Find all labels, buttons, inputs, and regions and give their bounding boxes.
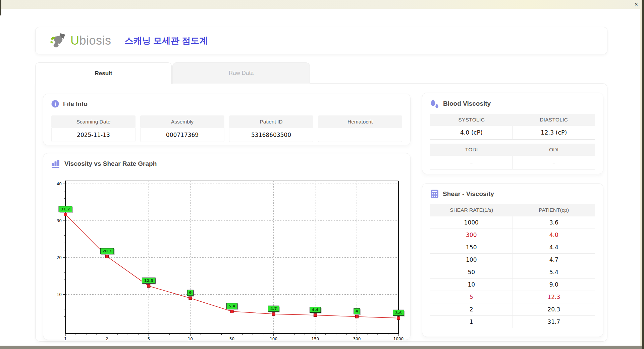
shear-table-row: 1004.7 bbox=[430, 254, 595, 266]
shear-rate-cell: 1 bbox=[430, 316, 513, 328]
patient-id-value: 53168603500 bbox=[229, 128, 313, 142]
shear-rate-cell: 1000 bbox=[430, 216, 513, 229]
viscosity-chart: 102030401251050100150300100031.720.312.3… bbox=[43, 153, 411, 340]
data-point-marker bbox=[64, 213, 67, 216]
app-title-korean: 스캐닝 모세관 점도계 bbox=[125, 35, 208, 47]
diastolic-value: 12.3 (cP) bbox=[513, 126, 595, 139]
todi-label: TODI bbox=[430, 144, 513, 156]
systolic-label: SYSTOLIC bbox=[430, 114, 513, 126]
shear-table-row: 10003.6 bbox=[430, 216, 595, 229]
patient-viscosity-cell: 20.3 bbox=[513, 303, 595, 315]
close-icon[interactable]: × bbox=[634, 1, 638, 8]
shear-viscosity-card: Shear - Viscosity SHEAR RATE(1/s) PATIEN… bbox=[422, 183, 603, 337]
blood-viscosity-card: Blood Viscosity SYSTOLIC DIASTOLIC 4.0 (… bbox=[422, 93, 603, 174]
svg-text:50: 50 bbox=[229, 337, 234, 340]
odi-label: ODI bbox=[513, 144, 595, 156]
patient-viscosity-cell: 31.7 bbox=[513, 316, 595, 328]
data-point-marker bbox=[272, 312, 275, 315]
hematocrit-value bbox=[318, 128, 402, 142]
blood-viscosity-title: Blood Viscosity bbox=[443, 100, 491, 107]
window-left-edge bbox=[0, 0, 1, 15]
todi-value: – bbox=[430, 156, 513, 169]
shear-table-row: 109.0 bbox=[430, 279, 595, 291]
info-icon bbox=[51, 100, 59, 108]
shear-rate-cell: 300 bbox=[430, 229, 513, 241]
shear-rate-column-header: SHEAR RATE(1/s) bbox=[430, 204, 513, 216]
file-info-grid: Scanning Date Assembly Patient ID Hemato… bbox=[51, 115, 402, 142]
logo-u: U bbox=[70, 34, 79, 47]
tab-result[interactable]: Result bbox=[35, 62, 172, 84]
svg-text:10: 10 bbox=[57, 292, 62, 297]
window-right-edge bbox=[642, 0, 644, 349]
ubiosis-logo-icon bbox=[50, 33, 68, 49]
calculator-icon bbox=[430, 190, 439, 198]
svg-text:300: 300 bbox=[353, 337, 361, 340]
file-info-label: Scanning Date bbox=[51, 115, 136, 128]
svg-text:1000: 1000 bbox=[393, 337, 404, 340]
shear-rate-cell: 10 bbox=[430, 279, 513, 291]
shear-rate-cell: 5 bbox=[430, 291, 513, 303]
patient-viscosity-cell: 4.4 bbox=[513, 241, 595, 253]
logo-wordmark: Ubiosis bbox=[70, 34, 111, 48]
data-point-marker bbox=[397, 316, 400, 319]
file-info-card: File Info Scanning Date Assembly Patient… bbox=[43, 94, 411, 145]
logo-rest: biosis bbox=[79, 34, 111, 47]
svg-text:40: 40 bbox=[57, 182, 62, 186]
window-titlebar: × bbox=[0, 0, 644, 9]
svg-text:12.3: 12.3 bbox=[144, 279, 153, 283]
ubiosis-logo: Ubiosis bbox=[50, 33, 111, 49]
svg-text:31.7: 31.7 bbox=[61, 207, 70, 211]
data-points: 31.720.312.395.44.74.443.6 bbox=[59, 206, 405, 320]
systolic-value: 4.0 (cP) bbox=[430, 126, 513, 139]
patient-column-header: PATIENT(cp) bbox=[513, 204, 595, 216]
shear-table-row: 1504.4 bbox=[430, 241, 595, 254]
shear-table-row: 220.3 bbox=[430, 303, 595, 316]
svg-text:20.3: 20.3 bbox=[103, 249, 112, 253]
patient-viscosity-cell: 4.0 bbox=[513, 229, 595, 241]
patient-viscosity-cell: 12.3 bbox=[513, 291, 595, 303]
data-point-marker bbox=[230, 310, 233, 313]
svg-text:1: 1 bbox=[64, 337, 67, 340]
shear-viscosity-table: SHEAR RATE(1/s) PATIENT(cp) 10003.63004.… bbox=[430, 204, 595, 328]
svg-text:3.6: 3.6 bbox=[395, 311, 402, 315]
result-panel: File Info Scanning Date Assembly Patient… bbox=[35, 83, 607, 342]
blood-drops-icon bbox=[430, 99, 439, 108]
svg-text:4: 4 bbox=[356, 309, 358, 313]
svg-text:100: 100 bbox=[270, 337, 277, 340]
data-point-marker bbox=[355, 315, 358, 318]
shear-rate-cell: 50 bbox=[430, 266, 513, 278]
patient-viscosity-cell: 5.4 bbox=[513, 266, 595, 278]
data-point-marker bbox=[189, 297, 192, 300]
file-info-label: Hematocrit bbox=[318, 115, 402, 128]
tab-raw-data[interactable]: Raw Data bbox=[172, 62, 310, 84]
shear-table-body: 10003.63004.01504.41004.7505.4109.0512.3… bbox=[430, 216, 595, 328]
patient-viscosity-cell: 9.0 bbox=[513, 279, 595, 291]
data-point-marker bbox=[147, 285, 150, 288]
patient-viscosity-cell: 4.7 bbox=[513, 254, 595, 266]
svg-text:30: 30 bbox=[57, 218, 62, 223]
svg-text:150: 150 bbox=[311, 337, 319, 340]
shear-table-row: 3004.0 bbox=[430, 229, 595, 241]
scanning-date-value: 2025-11-13 bbox=[51, 128, 136, 142]
shear-rate-cell: 150 bbox=[430, 241, 513, 253]
shear-table-row: 505.4 bbox=[430, 266, 595, 279]
svg-text:10: 10 bbox=[188, 337, 193, 340]
file-info-label: Assembly bbox=[140, 115, 224, 128]
diastolic-label: DIASTOLIC bbox=[513, 114, 595, 126]
svg-text:4.4: 4.4 bbox=[312, 308, 319, 312]
assembly-value: 000717369 bbox=[140, 128, 224, 142]
data-point-marker bbox=[106, 255, 109, 258]
shear-table-row: 131.7 bbox=[430, 316, 595, 328]
svg-text:20: 20 bbox=[57, 255, 62, 260]
shear-rate-cell: 100 bbox=[430, 254, 513, 266]
shear-table-row: 512.3 bbox=[430, 291, 595, 303]
patient-viscosity-cell: 3.6 bbox=[513, 216, 595, 229]
app-header: Ubiosis 스캐닝 모세관 점도계 bbox=[35, 27, 607, 54]
window-bottom-bar bbox=[0, 346, 644, 349]
graph-card: Viscosity vs Shear Rate Graph 1020304012… bbox=[43, 153, 411, 340]
svg-text:2: 2 bbox=[106, 337, 108, 340]
odi-value: – bbox=[513, 156, 595, 169]
svg-text:9: 9 bbox=[189, 291, 192, 295]
file-info-label: Patient ID bbox=[229, 115, 313, 128]
shear-rate-cell: 2 bbox=[430, 303, 513, 315]
